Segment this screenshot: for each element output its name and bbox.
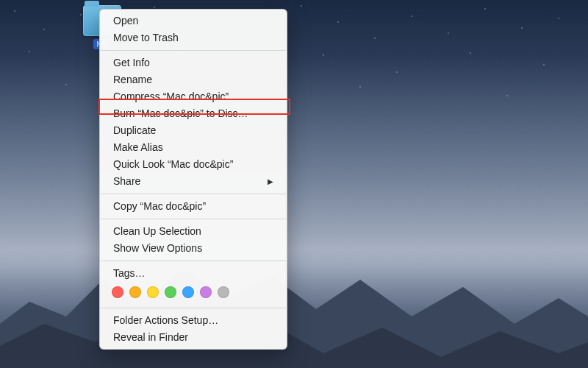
menu-separator	[101, 50, 286, 51]
menu-folder-actions[interactable]: Folder Actions Setup…	[100, 312, 287, 329]
menu-separator	[101, 261, 286, 261]
menu-reveal-in-finder[interactable]: Reveal in Finder	[100, 329, 287, 346]
menu-compress[interactable]: Compress “Mac doc&pic”	[100, 88, 287, 105]
menu-show-view-options[interactable]: Show View Options	[100, 240, 287, 257]
menu-move-to-trash[interactable]: Move to Trash	[100, 29, 287, 46]
tag-color-2[interactable]	[147, 286, 159, 298]
menu-tags[interactable]: Tags…	[100, 265, 287, 282]
tags-row	[100, 282, 287, 304]
menu-show-view-options-label: Show View Options	[113, 241, 202, 255]
menu-copy[interactable]: Copy “Mac doc&pic”	[100, 198, 287, 215]
menu-share-label: Share	[113, 174, 140, 188]
menu-make-alias[interactable]: Make Alias	[100, 139, 287, 156]
menu-burn[interactable]: Burn “Mac doc&pic” to Disc…	[100, 105, 287, 122]
menu-rename-label: Rename	[113, 73, 152, 87]
tag-color-5[interactable]	[200, 286, 212, 298]
context-menu: Open Move to Trash Get Info Rename Compr…	[99, 9, 287, 350]
menu-get-info-label: Get Info	[113, 56, 150, 70]
menu-reveal-in-finder-label: Reveal in Finder	[113, 330, 188, 344]
menu-separator	[101, 219, 286, 219]
menu-move-to-trash-label: Move to Trash	[113, 31, 179, 45]
tag-color-0[interactable]	[112, 286, 123, 298]
tag-color-4[interactable]	[182, 286, 194, 298]
menu-share[interactable]: Share ▶	[100, 173, 287, 190]
menu-duplicate-label: Duplicate	[113, 124, 156, 138]
desktop-wallpaper-mountains	[0, 236, 588, 368]
menu-quick-look-label: Quick Look “Mac doc&pic”	[113, 158, 233, 171]
menu-get-info[interactable]: Get Info	[100, 54, 287, 71]
menu-clean-up-label: Clean Up Selection	[113, 224, 201, 238]
menu-tags-label: Tags…	[113, 266, 146, 280]
chevron-right-icon: ▶	[268, 174, 273, 188]
menu-duplicate[interactable]: Duplicate	[100, 122, 287, 139]
tag-color-6[interactable]	[218, 286, 229, 298]
menu-clean-up[interactable]: Clean Up Selection	[100, 223, 287, 240]
menu-rename[interactable]: Rename	[100, 71, 287, 88]
menu-quick-look[interactable]: Quick Look “Mac doc&pic”	[100, 156, 287, 173]
menu-make-alias-label: Make Alias	[113, 141, 163, 155]
tag-color-3[interactable]	[165, 286, 176, 298]
menu-burn-label: Burn “Mac doc&pic” to Disc…	[113, 107, 248, 121]
tag-color-1[interactable]	[129, 286, 141, 298]
menu-folder-actions-label: Folder Actions Setup…	[113, 314, 218, 328]
menu-open-label: Open	[113, 14, 138, 28]
menu-copy-label: Copy “Mac doc&pic”	[113, 199, 206, 213]
menu-compress-label: Compress “Mac doc&pic”	[113, 90, 229, 104]
menu-separator	[101, 308, 286, 308]
menu-separator	[101, 194, 286, 194]
menu-open[interactable]: Open	[100, 13, 287, 29]
